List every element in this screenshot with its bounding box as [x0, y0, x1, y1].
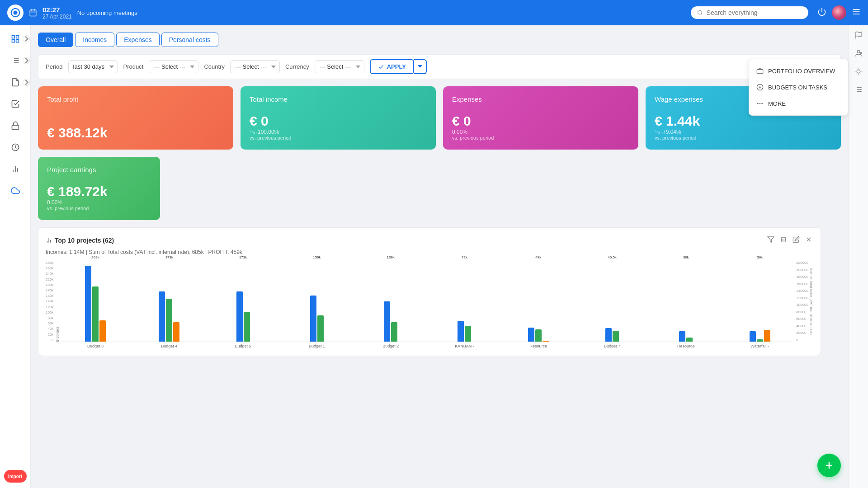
search-bar[interactable]: [691, 6, 808, 19]
right-panel: [848, 25, 868, 488]
sidebar-item-documents[interactable]: [5, 72, 25, 92]
bar-blue: [85, 266, 91, 342]
bars: [679, 260, 693, 342]
main-content: Overall Incomes Expenses Personal costs …: [31, 25, 848, 488]
sidebar-item-tasks[interactable]: [5, 94, 25, 114]
kpi-wage-expenses-value: € 1.44k: [655, 113, 832, 129]
kpi-project-earnings-sub: vs. previous period: [47, 206, 151, 211]
bar-labels: Budget 3Budget 4Budget 5Budget 1Budget 2…: [61, 344, 794, 348]
sidebar-item-dashboard[interactable]: [5, 29, 25, 49]
apply-dropdown-button[interactable]: [414, 59, 427, 74]
bar-green: [465, 326, 471, 342]
bar-label: Budget 7: [577, 344, 646, 348]
period-label: Period: [46, 63, 63, 70]
sidebar-chevron-dashboard[interactable]: [23, 35, 30, 42]
kpi-total-income: Total income € 0 -100.00% vs. previous p…: [241, 86, 436, 150]
close-icon: [805, 236, 812, 243]
tab-overall[interactable]: Overall: [38, 33, 73, 47]
bar-label: Budget 2: [356, 344, 425, 348]
chart-section: Top 10 projects (62) Incomes: 1.14M | Su…: [38, 227, 821, 356]
svg-point-55: [760, 103, 760, 103]
import-button[interactable]: Import: [4, 470, 27, 483]
apply-group: APPLY: [370, 59, 427, 74]
bars: [159, 260, 179, 342]
kpi-total-income-value: € 0: [250, 113, 427, 129]
right-panel-bulb[interactable]: [852, 65, 865, 78]
bar-label: Waterfall -: [725, 344, 794, 348]
bar-green: [535, 329, 542, 342]
bar-blue: [310, 296, 316, 342]
sidebar-chevron-projects[interactable]: [23, 57, 30, 64]
logo[interactable]: [7, 5, 24, 21]
right-panel-flag[interactable]: [852, 29, 865, 42]
bar-group: 262k: [61, 255, 130, 342]
sidebar-item-cloud[interactable]: [5, 181, 25, 201]
budget-icon: [756, 84, 764, 91]
chart-edit-button[interactable]: [792, 235, 801, 245]
svg-line-39: [856, 69, 856, 69]
search-icon: [697, 9, 703, 16]
bars: [605, 260, 619, 342]
bars: [310, 260, 324, 342]
bar-orange: [764, 330, 770, 342]
apply-button[interactable]: APPLY: [370, 59, 414, 74]
bar-green: [613, 331, 619, 342]
tabs: Overall Incomes Expenses Personal costs: [38, 33, 841, 47]
y-axis-right: 220000 200000 180000 160000 140000 12000…: [794, 261, 808, 342]
panel-portfolio-overview[interactable]: PORTFOLIO OVERVIEW: [749, 63, 848, 79]
bar-green: [686, 338, 693, 342]
bar-group: 72k: [430, 255, 499, 342]
topnav-icons: [817, 5, 861, 20]
svg-line-35: [861, 54, 862, 54]
country-select[interactable]: --- Select ---: [230, 60, 280, 73]
chart-close-button[interactable]: [804, 235, 813, 245]
chart-icon: [46, 237, 52, 244]
portfolio-icon: [756, 67, 764, 75]
product-select[interactable]: --- Select ---: [149, 60, 198, 73]
tab-personal-costs[interactable]: Personal costs: [161, 33, 218, 47]
bars: [384, 260, 397, 342]
search-input[interactable]: [707, 9, 802, 16]
svg-point-56: [762, 103, 762, 103]
tab-incomes[interactable]: Incomes: [75, 33, 114, 47]
bar-label: Resource: [651, 344, 721, 348]
bars-container: 262k173k173k159k138k72k48k46.5k36k36k Bu…: [61, 261, 794, 348]
tab-expenses[interactable]: Expenses: [116, 33, 159, 47]
power-icon[interactable]: [817, 7, 826, 18]
chart-header: Top 10 projects (62): [46, 235, 813, 245]
more-icon: [756, 100, 764, 107]
bar-green: [92, 286, 99, 342]
panel-budgets-on-tasks[interactable]: BUDGETS ON TASKS: [749, 79, 848, 95]
bar-group: 159k: [282, 255, 351, 342]
svg-point-57: [758, 103, 758, 103]
right-panel-list[interactable]: [852, 83, 865, 96]
chart-filter-button[interactable]: [766, 235, 775, 245]
sidebar-item-reports[interactable]: [5, 159, 25, 179]
chart-delete-button[interactable]: [779, 235, 788, 245]
bar-blue: [750, 331, 756, 342]
sidebar-item-security[interactable]: [5, 116, 25, 136]
svg-rect-14: [16, 40, 19, 42]
svg-line-40: [860, 74, 861, 74]
svg-point-33: [857, 50, 860, 53]
bar-group: 173k: [135, 255, 204, 342]
time-block: 02:27 27 Apr 2021: [42, 6, 72, 20]
period-select[interactable]: last 30 days last 7 days last 90 days: [68, 60, 118, 73]
kpi-total-income-sub: vs. previous period: [250, 135, 427, 141]
product-label: Product: [123, 63, 144, 70]
bars: [85, 260, 106, 342]
sidebar-chevron-documents[interactable]: [23, 79, 30, 86]
avatar[interactable]: [832, 5, 846, 20]
svg-point-1: [13, 10, 17, 14]
fab-button[interactable]: [817, 454, 841, 477]
menu-icon[interactable]: [852, 7, 861, 18]
y-axis-right-label: Sum of Total costs (VAT incl, internal r…: [809, 261, 813, 342]
meeting-block: No upcoming meetings: [77, 9, 137, 16]
sidebar-item-projects[interactable]: [5, 51, 25, 70]
kpi-wage-expenses-change: -79.04%: [655, 129, 832, 135]
panel-more[interactable]: MORE: [749, 95, 848, 112]
kpi-project-earnings: Project earnings € 189.72k 0.00% vs. pre…: [38, 157, 160, 220]
right-panel-user-search[interactable]: [852, 47, 865, 60]
currency-select[interactable]: --- Select ---: [315, 60, 364, 73]
sidebar-item-calendar[interactable]: [5, 137, 25, 157]
